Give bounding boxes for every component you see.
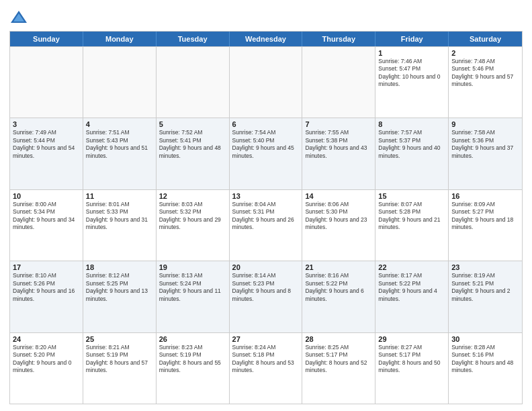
calendar-cell: 26Sunrise: 8:23 AM Sunset: 5:19 PM Dayli… <box>157 333 230 404</box>
day-info: Sunrise: 7:55 AM Sunset: 5:38 PM Dayligh… <box>305 129 372 160</box>
day-number: 26 <box>159 335 226 343</box>
calendar-cell: 5Sunrise: 7:52 AM Sunset: 5:41 PM Daylig… <box>157 118 230 189</box>
calendar-cell: 30Sunrise: 8:28 AM Sunset: 5:16 PM Dayli… <box>449 333 522 404</box>
calendar-cell: 1Sunrise: 7:46 AM Sunset: 5:47 PM Daylig… <box>375 47 449 118</box>
day-info: Sunrise: 8:23 AM Sunset: 5:19 PM Dayligh… <box>159 344 226 375</box>
calendar-cell: 6Sunrise: 7:54 AM Sunset: 5:40 PM Daylig… <box>230 118 303 189</box>
calendar-cell: 28Sunrise: 8:25 AM Sunset: 5:17 PM Dayli… <box>302 333 375 404</box>
calendar-row-1: 1Sunrise: 7:46 AM Sunset: 5:47 PM Daylig… <box>10 46 522 118</box>
day-number: 28 <box>305 335 372 343</box>
day-number: 30 <box>451 335 519 343</box>
calendar-row-5: 24Sunrise: 8:20 AM Sunset: 5:20 PM Dayli… <box>10 332 522 404</box>
calendar-cell: 21Sunrise: 8:16 AM Sunset: 5:22 PM Dayli… <box>302 261 375 332</box>
day-number: 22 <box>378 263 445 271</box>
header-day-sunday: Sunday <box>10 32 83 46</box>
day-number: 10 <box>13 192 80 200</box>
day-number: 4 <box>86 120 153 128</box>
calendar-cell: 10Sunrise: 8:00 AM Sunset: 5:34 PM Dayli… <box>10 190 83 261</box>
calendar-body: 1Sunrise: 7:46 AM Sunset: 5:47 PM Daylig… <box>10 46 522 404</box>
calendar-row-3: 10Sunrise: 8:00 AM Sunset: 5:34 PM Dayli… <box>10 189 522 261</box>
calendar-cell: 24Sunrise: 8:20 AM Sunset: 5:20 PM Dayli… <box>10 333 83 404</box>
day-number: 6 <box>232 120 300 128</box>
calendar-cell: 7Sunrise: 7:55 AM Sunset: 5:38 PM Daylig… <box>302 118 375 189</box>
day-number: 9 <box>451 120 519 128</box>
calendar-cell: 3Sunrise: 7:49 AM Sunset: 5:44 PM Daylig… <box>10 118 83 189</box>
day-number: 23 <box>451 263 519 271</box>
day-number: 5 <box>159 120 226 128</box>
day-number: 20 <box>232 263 300 271</box>
calendar-cell: 17Sunrise: 8:10 AM Sunset: 5:26 PM Dayli… <box>10 261 83 332</box>
calendar-header: SundayMondayTuesdayWednesdayThursdayFrid… <box>10 32 522 46</box>
day-number: 7 <box>305 120 372 128</box>
logo-icon <box>9 8 28 27</box>
day-info: Sunrise: 8:14 AM Sunset: 5:23 PM Dayligh… <box>232 272 300 303</box>
calendar-cell: 20Sunrise: 8:14 AM Sunset: 5:23 PM Dayli… <box>230 261 303 332</box>
day-info: Sunrise: 7:52 AM Sunset: 5:41 PM Dayligh… <box>159 129 226 160</box>
day-info: Sunrise: 8:21 AM Sunset: 5:19 PM Dayligh… <box>86 344 153 375</box>
calendar-cell: 13Sunrise: 8:04 AM Sunset: 5:31 PM Dayli… <box>230 190 303 261</box>
calendar-cell: 9Sunrise: 7:58 AM Sunset: 5:36 PM Daylig… <box>449 118 522 189</box>
day-number: 29 <box>378 335 445 343</box>
day-info: Sunrise: 8:00 AM Sunset: 5:34 PM Dayligh… <box>13 201 80 232</box>
calendar-cell: 29Sunrise: 8:27 AM Sunset: 5:17 PM Dayli… <box>375 333 449 404</box>
day-number: 14 <box>305 192 372 200</box>
day-info: Sunrise: 8:27 AM Sunset: 5:17 PM Dayligh… <box>378 344 445 375</box>
day-number: 3 <box>13 120 80 128</box>
calendar-row-2: 3Sunrise: 7:49 AM Sunset: 5:44 PM Daylig… <box>10 118 522 189</box>
day-info: Sunrise: 7:51 AM Sunset: 5:43 PM Dayligh… <box>86 129 153 160</box>
day-info: Sunrise: 8:04 AM Sunset: 5:31 PM Dayligh… <box>232 201 300 232</box>
day-info: Sunrise: 7:54 AM Sunset: 5:40 PM Dayligh… <box>232 129 300 160</box>
day-number: 1 <box>378 49 445 57</box>
day-info: Sunrise: 8:12 AM Sunset: 5:25 PM Dayligh… <box>86 272 153 303</box>
day-info: Sunrise: 8:09 AM Sunset: 5:27 PM Dayligh… <box>451 201 519 232</box>
day-info: Sunrise: 7:48 AM Sunset: 5:46 PM Dayligh… <box>451 58 519 89</box>
day-info: Sunrise: 7:46 AM Sunset: 5:47 PM Dayligh… <box>378 58 445 89</box>
day-number: 27 <box>232 335 300 343</box>
day-info: Sunrise: 8:19 AM Sunset: 5:21 PM Dayligh… <box>451 272 519 303</box>
day-number: 12 <box>159 192 226 200</box>
day-number: 8 <box>378 120 445 128</box>
day-number: 18 <box>86 263 153 271</box>
day-info: Sunrise: 8:13 AM Sunset: 5:24 PM Dayligh… <box>159 272 226 303</box>
calendar-cell: 22Sunrise: 8:17 AM Sunset: 5:22 PM Dayli… <box>375 261 449 332</box>
calendar-cell: 23Sunrise: 8:19 AM Sunset: 5:21 PM Dayli… <box>449 261 522 332</box>
day-number: 24 <box>13 335 80 343</box>
calendar-cell: 14Sunrise: 8:06 AM Sunset: 5:30 PM Dayli… <box>302 190 375 261</box>
calendar-cell <box>230 47 303 118</box>
calendar-cell: 27Sunrise: 8:24 AM Sunset: 5:18 PM Dayli… <box>230 333 303 404</box>
calendar-cell: 25Sunrise: 8:21 AM Sunset: 5:19 PM Dayli… <box>83 333 157 404</box>
header-day-wednesday: Wednesday <box>230 32 303 46</box>
calendar-cell <box>157 47 230 118</box>
header-day-thursday: Thursday <box>302 32 375 46</box>
calendar-cell <box>302 47 375 118</box>
day-info: Sunrise: 8:01 AM Sunset: 5:33 PM Dayligh… <box>86 201 153 232</box>
day-info: Sunrise: 8:06 AM Sunset: 5:30 PM Dayligh… <box>305 201 372 232</box>
day-number: 15 <box>378 192 445 200</box>
day-info: Sunrise: 8:20 AM Sunset: 5:20 PM Dayligh… <box>13 344 80 375</box>
calendar-cell: 4Sunrise: 7:51 AM Sunset: 5:43 PM Daylig… <box>83 118 157 189</box>
calendar-cell: 16Sunrise: 8:09 AM Sunset: 5:27 PM Dayli… <box>449 190 522 261</box>
day-number: 19 <box>159 263 226 271</box>
calendar-cell <box>10 47 83 118</box>
calendar-cell: 19Sunrise: 8:13 AM Sunset: 5:24 PM Dayli… <box>157 261 230 332</box>
day-number: 25 <box>86 335 153 343</box>
day-number: 21 <box>305 263 372 271</box>
day-number: 2 <box>451 49 519 57</box>
day-info: Sunrise: 7:49 AM Sunset: 5:44 PM Dayligh… <box>13 129 80 160</box>
calendar-cell: 11Sunrise: 8:01 AM Sunset: 5:33 PM Dayli… <box>83 190 157 261</box>
header-day-friday: Friday <box>375 32 449 46</box>
day-info: Sunrise: 7:57 AM Sunset: 5:37 PM Dayligh… <box>378 129 445 160</box>
day-info: Sunrise: 8:24 AM Sunset: 5:18 PM Dayligh… <box>232 344 300 375</box>
logo <box>9 8 31 27</box>
day-number: 13 <box>232 192 300 200</box>
header-day-tuesday: Tuesday <box>157 32 230 46</box>
day-number: 17 <box>13 263 80 271</box>
calendar-cell: 8Sunrise: 7:57 AM Sunset: 5:37 PM Daylig… <box>375 118 449 189</box>
day-info: Sunrise: 8:28 AM Sunset: 5:16 PM Dayligh… <box>451 344 519 375</box>
calendar-cell: 18Sunrise: 8:12 AM Sunset: 5:25 PM Dayli… <box>83 261 157 332</box>
day-info: Sunrise: 8:25 AM Sunset: 5:17 PM Dayligh… <box>305 344 372 375</box>
day-info: Sunrise: 8:03 AM Sunset: 5:32 PM Dayligh… <box>159 201 226 232</box>
header <box>9 8 523 27</box>
day-info: Sunrise: 7:58 AM Sunset: 5:36 PM Dayligh… <box>451 129 519 160</box>
calendar-cell: 12Sunrise: 8:03 AM Sunset: 5:32 PM Dayli… <box>157 190 230 261</box>
